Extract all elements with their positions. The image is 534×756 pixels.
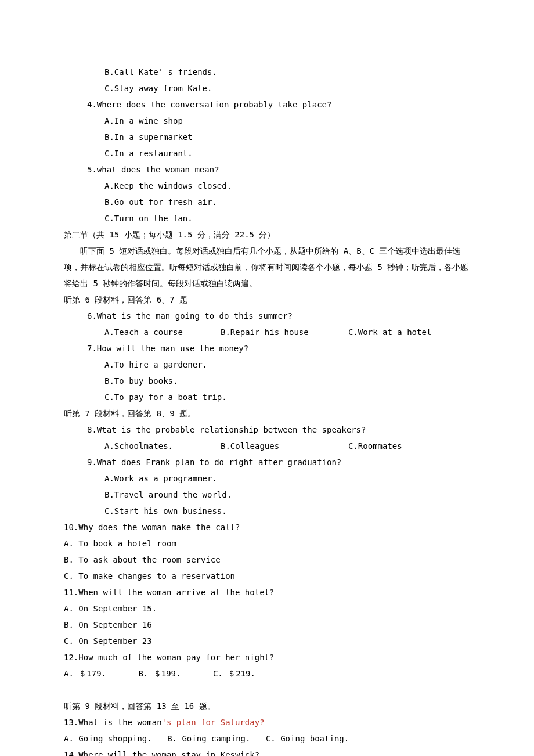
material-6-heading: 听第 6 段材料，回答第 6、7 题 <box>64 291 470 308</box>
material-9-heading: 听第 9 段材料，回答第 13 至 16 题。 <box>64 698 470 714</box>
q13-text-pre: 13.What is the woman <box>64 718 162 727</box>
q6-option-b: B.Repair his house <box>221 324 348 340</box>
q12-option-c: C. ＄219. <box>213 665 255 682</box>
question-9: 9.What does Frank plan to do right after… <box>64 454 470 470</box>
q10-option-b: B. To ask about the room service <box>64 552 470 568</box>
q12-option-b: B. ＄199. <box>138 665 208 682</box>
question-5: 5.what does the woman mean? <box>64 161 470 178</box>
q4-option-b: B.In a supermarket <box>64 129 470 145</box>
q13-option-b: B. Going camping. <box>167 734 250 743</box>
q10-option-c: C. To make changes to a reservation <box>64 568 470 584</box>
question-4: 4.Where does the conversation probably t… <box>64 96 470 113</box>
q6-option-a: A.Teach a course <box>104 324 221 340</box>
q12-options: A. ＄179. B. ＄199. C. ＄219. <box>64 665 470 682</box>
q7-option-b: B.To buy books. <box>64 373 470 389</box>
q12-option-a: A. ＄179. <box>64 665 134 682</box>
question-11: 11.When will the woman arrive at the hot… <box>64 584 470 600</box>
q3-option-b: B.Call Kate' s friends. <box>64 64 470 80</box>
question-6: 6.What is the man going to do this summe… <box>64 308 470 324</box>
q4-option-c: C.In a restaurant. <box>64 145 470 161</box>
q8-options: A.Schoolmates. B.Colleagues C.Roommates <box>64 438 470 454</box>
q5-option-b: B.Go out for fresh air. <box>64 194 470 210</box>
question-14: 14.Where will the woman stay in Keswick? <box>64 747 470 756</box>
q4-option-a: A.In a wine shop <box>64 113 470 129</box>
q8-option-a: A.Schoolmates. <box>104 438 221 454</box>
q9-option-b: B.Travel around the world. <box>64 487 470 503</box>
section-2-instructions: 听下面 5 短对话或独白。每段对话或独白后有几个小题，从题中所给的 A、B、C … <box>64 243 470 291</box>
material-7-heading: 听第 7 段材料，回答第 8、9 题。 <box>64 405 470 422</box>
q13-option-a: A. Going shopping. <box>64 734 152 743</box>
q13-option-c: C. Going boating. <box>266 734 349 743</box>
blank-line <box>64 682 470 698</box>
q13-options: A. Going shopping. B. Going camping. C. … <box>64 730 470 747</box>
q5-option-a: A.Keep the windows closed. <box>64 178 470 194</box>
q9-option-a: A.Work as a programmer. <box>64 470 470 487</box>
q7-option-a: A.To hire a gardener. <box>64 357 470 373</box>
q11-option-c: C. On September 23 <box>64 633 470 649</box>
question-7: 7.How will the man use the money? <box>64 340 470 357</box>
q6-options: A.Teach a course B.Repair his house C.Wo… <box>64 324 470 340</box>
q11-option-a: A. On September 15. <box>64 600 470 617</box>
q3-option-c: C.Stay away from Kate. <box>64 80 470 96</box>
q7-option-c: C.To pay for a boat trip. <box>64 389 470 405</box>
question-10: 10.Why does the woman make the call? <box>64 519 470 535</box>
question-8: 8.Wtat is the probable relationship betw… <box>64 422 470 438</box>
q11-option-b: B. On September 16 <box>64 617 470 633</box>
question-13: 13.What is the woman's plan for Saturday… <box>64 714 470 730</box>
q10-option-a: A. To book a hotel room <box>64 535 470 552</box>
q8-option-c: C.Roommates <box>348 438 470 454</box>
question-12: 12.How much of the woman pay for her nig… <box>64 649 470 665</box>
q13-text-suffix: 's plan for Saturday? <box>162 718 265 727</box>
section-2-title: 第二节（共 15 小题；每小题 1.5 分，满分 22.5 分） <box>64 226 470 243</box>
q9-option-c: C.Start his own business. <box>64 503 470 519</box>
q6-option-c: C.Work at a hotel <box>348 324 470 340</box>
q5-option-c: C.Turn on the fan. <box>64 210 470 226</box>
q8-option-b: B.Colleagues <box>221 438 348 454</box>
